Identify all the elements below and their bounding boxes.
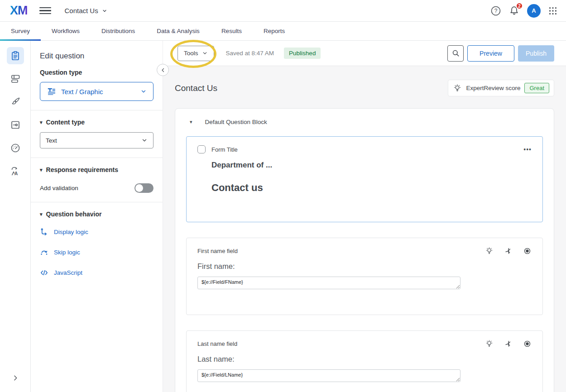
chevron-right-icon bbox=[12, 374, 19, 382]
project-switcher[interactable]: Contact Us bbox=[65, 7, 107, 14]
question-type-dropdown[interactable]: Text / Graphic bbox=[40, 82, 153, 101]
question-text-line2[interactable]: Contact us bbox=[211, 182, 532, 194]
xm-logo[interactable]: XM bbox=[10, 5, 28, 17]
asterisk-star-icon bbox=[504, 339, 513, 348]
display-logic-icon bbox=[40, 228, 48, 236]
top-bar: XM Contact Us ? 2 A bbox=[0, 0, 566, 22]
lightbulb-icon bbox=[485, 247, 494, 255]
grid-icon bbox=[548, 6, 558, 16]
question-name: First name field bbox=[197, 248, 238, 254]
question-card-first-name[interactable]: First name field bbox=[186, 238, 543, 315]
required-star-button[interactable] bbox=[504, 339, 513, 348]
response-requirements-label: Response requirements bbox=[46, 166, 119, 173]
response-requirements-section: ▾ Response requirements Add validation bbox=[31, 158, 163, 202]
preview-button[interactable]: Preview bbox=[467, 45, 514, 62]
clipboard-icon bbox=[10, 50, 21, 61]
rail-survey-options-button[interactable] bbox=[7, 116, 24, 134]
content-type-select[interactable]: Text bbox=[40, 132, 153, 148]
skip-logic-label: Skip logic bbox=[54, 249, 80, 256]
question-behavior-label: Question behavior bbox=[46, 210, 102, 218]
left-icon-rail: A bbox=[0, 41, 31, 392]
rail-survey-builder-button[interactable] bbox=[7, 47, 24, 64]
collapse-triangle-icon: ▾ bbox=[40, 211, 43, 217]
asterisk-star-icon bbox=[504, 247, 513, 255]
publish-button[interactable]: Publish bbox=[518, 45, 554, 62]
tab-survey[interactable]: Survey bbox=[0, 22, 41, 40]
tab-workflows[interactable]: Workflows bbox=[41, 22, 91, 40]
tab-reports[interactable]: Reports bbox=[253, 22, 296, 40]
rail-quotas-gauge-button[interactable] bbox=[7, 139, 24, 157]
rail-expand-button[interactable] bbox=[7, 369, 24, 387]
question-checkbox[interactable] bbox=[197, 145, 206, 153]
response-requirements-header[interactable]: ▾ Response requirements bbox=[40, 166, 153, 173]
question-block: ▾ Default Question Block Form Title ••• … bbox=[175, 108, 554, 392]
question-card-form-title[interactable]: Form Title ••• Department of ... Contact… bbox=[186, 136, 543, 222]
code-icon bbox=[40, 268, 48, 277]
panel-collapse-button[interactable] bbox=[157, 64, 169, 76]
suggestion-lightbulb-button[interactable] bbox=[485, 339, 494, 348]
survey-canvas: Contact Us ExpertReview score Great ▾ De… bbox=[163, 66, 566, 392]
block-title: Default Question Block bbox=[205, 119, 267, 125]
skip-logic-icon bbox=[40, 248, 48, 257]
required-star-button[interactable] bbox=[504, 247, 513, 255]
text-graphic-icon bbox=[47, 86, 57, 96]
radio-icon bbox=[523, 247, 532, 255]
last-name-input[interactable]: ${e://Field/LName} bbox=[197, 369, 460, 382]
blocks-flow-icon bbox=[10, 73, 21, 84]
answer-type-radio-button[interactable] bbox=[523, 339, 532, 348]
question-menu-button[interactable]: ••• bbox=[523, 146, 532, 153]
app-grid-button[interactable] bbox=[548, 6, 558, 16]
question-text-line1[interactable]: Department of ... bbox=[211, 161, 532, 170]
tools-button[interactable]: Tools bbox=[177, 46, 214, 61]
display-logic-label: Display logic bbox=[54, 229, 88, 235]
add-validation-label: Add validation bbox=[40, 185, 78, 191]
expert-review-label: ExpertReview score bbox=[466, 85, 520, 91]
settings-sliders-icon bbox=[10, 120, 21, 130]
skip-logic-link[interactable]: Skip logic bbox=[40, 248, 80, 257]
question-type-section: Question type Text / Graphic bbox=[31, 61, 163, 110]
question-card-last-name[interactable]: Last name field bbox=[186, 330, 543, 392]
add-validation-toggle[interactable] bbox=[134, 183, 153, 193]
content-type-section-header[interactable]: ▾ Content type bbox=[40, 119, 153, 126]
tab-distributions[interactable]: Distributions bbox=[91, 22, 146, 40]
radio-icon bbox=[523, 339, 532, 348]
translate-icon: A bbox=[10, 166, 21, 177]
question-behavior-section: ▾ Question behavior Display logic Skip l… bbox=[31, 202, 163, 286]
main-area: Tools Saved at 8:47 AM Published Preview… bbox=[163, 41, 566, 392]
answer-type-radio-button[interactable] bbox=[523, 247, 532, 255]
avatar[interactable]: A bbox=[527, 4, 541, 18]
chevron-down-icon bbox=[141, 137, 148, 143]
hamburger-menu-icon[interactable] bbox=[39, 6, 51, 16]
lightbulb-icon bbox=[485, 339, 494, 348]
notifications-button[interactable]: 2 bbox=[508, 5, 520, 16]
javascript-link[interactable]: JavaScript bbox=[40, 268, 82, 277]
question-behavior-header[interactable]: ▾ Question behavior bbox=[40, 210, 153, 218]
suggestion-lightbulb-button[interactable] bbox=[485, 247, 494, 255]
question-label[interactable]: Last name: bbox=[197, 355, 532, 363]
tab-results[interactable]: Results bbox=[211, 22, 253, 40]
help-button[interactable]: ? bbox=[490, 5, 501, 16]
first-name-input[interactable]: ${e://Field/FName} bbox=[197, 277, 460, 289]
question-type-value: Text / Graphic bbox=[61, 88, 103, 96]
rail-translations-button[interactable]: A bbox=[7, 163, 24, 180]
survey-toolbar: Tools Saved at 8:47 AM Published Preview… bbox=[163, 41, 566, 66]
expert-review-widget[interactable]: ExpertReview score Great bbox=[448, 80, 554, 96]
block-collapse-triangle-icon[interactable]: ▾ bbox=[190, 119, 192, 125]
tab-data-analysis[interactable]: Data & Analysis bbox=[146, 22, 211, 40]
chevron-down-icon bbox=[202, 50, 208, 56]
expert-review-score-badge: Great bbox=[524, 83, 549, 93]
javascript-label: JavaScript bbox=[54, 269, 82, 276]
gauge-icon bbox=[10, 143, 21, 153]
collapse-triangle-icon: ▾ bbox=[40, 167, 43, 173]
chevron-left-icon bbox=[160, 67, 166, 73]
search-button[interactable] bbox=[447, 45, 464, 62]
published-badge: Published bbox=[284, 48, 321, 59]
question-label[interactable]: First name: bbox=[197, 262, 532, 271]
content-type-value: Text bbox=[46, 137, 57, 144]
edit-question-panel: Edit question Question type Text / Graph… bbox=[31, 41, 163, 392]
rail-survey-flow-button[interactable] bbox=[7, 70, 24, 87]
main-nav-tabs: Survey Workflows Distributions Data & An… bbox=[0, 22, 566, 41]
svg-text:A: A bbox=[14, 171, 18, 176]
display-logic-link[interactable]: Display logic bbox=[40, 228, 88, 236]
rail-look-and-feel-button[interactable] bbox=[7, 93, 24, 110]
